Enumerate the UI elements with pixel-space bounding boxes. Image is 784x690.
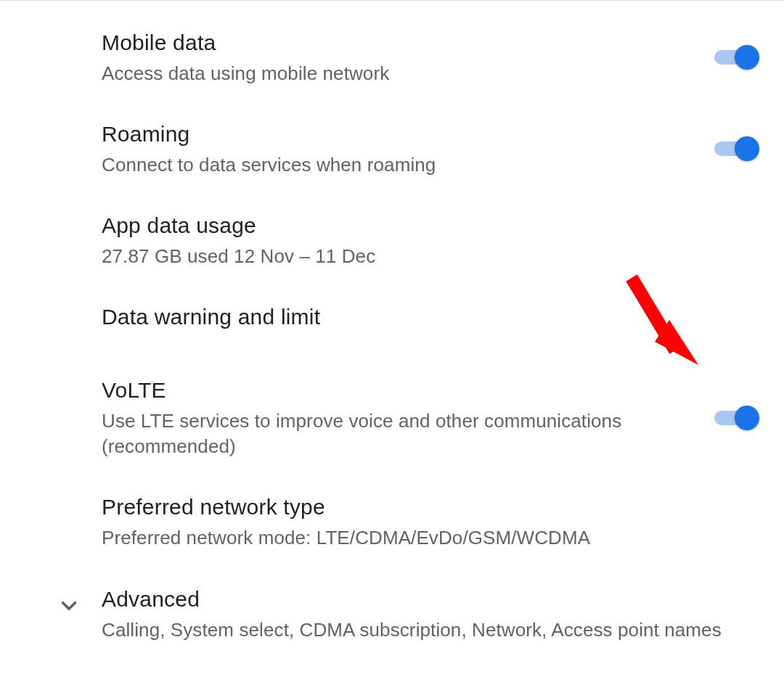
toggle-thumb	[735, 45, 759, 70]
setting-title: VoLTE	[102, 376, 700, 404]
setting-row-mobile-data[interactable]: Mobile data Access data using mobile net…	[102, 15, 755, 107]
setting-row-app-data-usage[interactable]: App data usage 27.87 GB used 12 Nov – 11…	[102, 198, 755, 289]
chevron-down-icon	[29, 585, 102, 618]
toggle-thumb	[735, 136, 759, 161]
setting-row-data-warning-limit[interactable]: Data warning and limit	[102, 289, 755, 363]
setting-row-roaming[interactable]: Roaming Connect to data services when ro…	[102, 107, 755, 198]
setting-title: Advanced	[102, 585, 740, 613]
setting-row-preferred-network-type[interactable]: Preferred network type Preferred network…	[102, 480, 755, 571]
setting-title: Preferred network type	[102, 493, 740, 521]
setting-subtitle: Use LTE services to improve voice and ot…	[102, 408, 700, 459]
setting-subtitle: Access data using mobile network	[102, 61, 700, 86]
setting-row-advanced[interactable]: Advanced Calling, System select, CDMA su…	[29, 572, 755, 663]
settings-list: Mobile data Access data using mobile net…	[0, 15, 784, 663]
setting-text: Mobile data Access data using mobile net…	[102, 28, 714, 86]
toggle-thumb	[735, 406, 759, 430]
setting-subtitle: 27.87 GB used 12 Nov – 11 Dec	[102, 244, 740, 269]
setting-text: Roaming Connect to data services when ro…	[102, 120, 714, 178]
setting-subtitle: Connect to data services when roaming	[102, 152, 700, 178]
setting-subtitle: Calling, System select, CDMA subscriptio…	[102, 617, 740, 643]
setting-subtitle: Preferred network mode: LTE/CDMA/EvDo/GS…	[102, 525, 740, 551]
setting-text: App data usage 27.87 GB used 12 Nov – 11…	[102, 211, 755, 269]
roaming-toggle[interactable]	[714, 140, 755, 157]
setting-text: VoLTE Use LTE services to improve voice …	[102, 376, 714, 459]
setting-text: Data warning and limit	[102, 303, 755, 331]
setting-row-volte[interactable]: VoLTE Use LTE services to improve voice …	[102, 363, 755, 480]
setting-title: Data warning and limit	[102, 303, 740, 331]
volte-toggle[interactable]	[714, 409, 755, 427]
setting-text: Advanced Calling, System select, CDMA su…	[102, 585, 755, 643]
setting-title: Roaming	[102, 120, 700, 148]
setting-text: Preferred network type Preferred network…	[102, 493, 755, 551]
setting-title: Mobile data	[102, 28, 700, 57]
setting-title: App data usage	[102, 211, 740, 239]
mobile-data-toggle[interactable]	[714, 49, 755, 66]
